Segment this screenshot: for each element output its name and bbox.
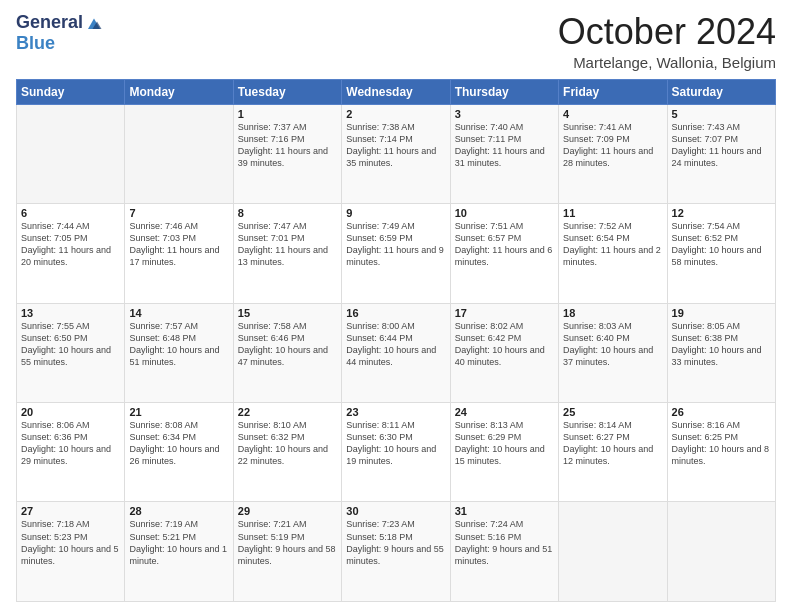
day-number: 28 bbox=[129, 505, 228, 517]
day-number: 30 bbox=[346, 505, 445, 517]
day-cell: 21Sunrise: 8:08 AM Sunset: 6:34 PM Dayli… bbox=[125, 403, 233, 502]
day-cell: 27Sunrise: 7:18 AM Sunset: 5:23 PM Dayli… bbox=[17, 502, 125, 602]
col-saturday: Saturday bbox=[667, 79, 775, 104]
day-cell: 6Sunrise: 7:44 AM Sunset: 7:05 PM Daylig… bbox=[17, 204, 125, 303]
day-info: Sunrise: 8:02 AM Sunset: 6:42 PM Dayligh… bbox=[455, 320, 554, 369]
day-cell: 17Sunrise: 8:02 AM Sunset: 6:42 PM Dayli… bbox=[450, 303, 558, 402]
day-cell: 22Sunrise: 8:10 AM Sunset: 6:32 PM Dayli… bbox=[233, 403, 341, 502]
day-cell: 1Sunrise: 7:37 AM Sunset: 7:16 PM Daylig… bbox=[233, 104, 341, 203]
day-info: Sunrise: 8:13 AM Sunset: 6:29 PM Dayligh… bbox=[455, 419, 554, 468]
day-number: 10 bbox=[455, 207, 554, 219]
day-info: Sunrise: 7:21 AM Sunset: 5:19 PM Dayligh… bbox=[238, 518, 337, 567]
day-info: Sunrise: 7:44 AM Sunset: 7:05 PM Dayligh… bbox=[21, 220, 120, 269]
title-block: October 2024 Martelange, Wallonia, Belgi… bbox=[558, 12, 776, 71]
logo-general: General bbox=[16, 12, 83, 33]
day-number: 21 bbox=[129, 406, 228, 418]
day-info: Sunrise: 7:55 AM Sunset: 6:50 PM Dayligh… bbox=[21, 320, 120, 369]
day-number: 20 bbox=[21, 406, 120, 418]
day-number: 12 bbox=[672, 207, 771, 219]
day-info: Sunrise: 8:03 AM Sunset: 6:40 PM Dayligh… bbox=[563, 320, 662, 369]
day-cell: 14Sunrise: 7:57 AM Sunset: 6:48 PM Dayli… bbox=[125, 303, 233, 402]
col-tuesday: Tuesday bbox=[233, 79, 341, 104]
logo-text: General bbox=[16, 12, 103, 33]
day-info: Sunrise: 7:47 AM Sunset: 7:01 PM Dayligh… bbox=[238, 220, 337, 269]
logo: General Blue bbox=[16, 12, 103, 54]
day-number: 8 bbox=[238, 207, 337, 219]
day-number: 18 bbox=[563, 307, 662, 319]
day-cell: 31Sunrise: 7:24 AM Sunset: 5:16 PM Dayli… bbox=[450, 502, 558, 602]
location-title: Martelange, Wallonia, Belgium bbox=[558, 54, 776, 71]
day-number: 29 bbox=[238, 505, 337, 517]
day-number: 17 bbox=[455, 307, 554, 319]
day-info: Sunrise: 8:05 AM Sunset: 6:38 PM Dayligh… bbox=[672, 320, 771, 369]
day-info: Sunrise: 7:40 AM Sunset: 7:11 PM Dayligh… bbox=[455, 121, 554, 170]
day-info: Sunrise: 7:49 AM Sunset: 6:59 PM Dayligh… bbox=[346, 220, 445, 269]
col-friday: Friday bbox=[559, 79, 667, 104]
header: General Blue October 2024 Martelange, Wa… bbox=[16, 12, 776, 71]
day-info: Sunrise: 7:54 AM Sunset: 6:52 PM Dayligh… bbox=[672, 220, 771, 269]
logo-blue-text: Blue bbox=[16, 33, 55, 54]
day-info: Sunrise: 7:51 AM Sunset: 6:57 PM Dayligh… bbox=[455, 220, 554, 269]
day-cell: 11Sunrise: 7:52 AM Sunset: 6:54 PM Dayli… bbox=[559, 204, 667, 303]
day-cell: 13Sunrise: 7:55 AM Sunset: 6:50 PM Dayli… bbox=[17, 303, 125, 402]
logo-icon bbox=[85, 14, 103, 32]
calendar: Sunday Monday Tuesday Wednesday Thursday… bbox=[16, 79, 776, 602]
day-info: Sunrise: 7:46 AM Sunset: 7:03 PM Dayligh… bbox=[129, 220, 228, 269]
day-number: 19 bbox=[672, 307, 771, 319]
day-cell: 7Sunrise: 7:46 AM Sunset: 7:03 PM Daylig… bbox=[125, 204, 233, 303]
col-monday: Monday bbox=[125, 79, 233, 104]
day-number: 26 bbox=[672, 406, 771, 418]
col-thursday: Thursday bbox=[450, 79, 558, 104]
day-info: Sunrise: 8:11 AM Sunset: 6:30 PM Dayligh… bbox=[346, 419, 445, 468]
day-cell: 2Sunrise: 7:38 AM Sunset: 7:14 PM Daylig… bbox=[342, 104, 450, 203]
calendar-header-row: Sunday Monday Tuesday Wednesday Thursday… bbox=[17, 79, 776, 104]
day-info: Sunrise: 7:58 AM Sunset: 6:46 PM Dayligh… bbox=[238, 320, 337, 369]
month-title: October 2024 bbox=[558, 12, 776, 52]
col-wednesday: Wednesday bbox=[342, 79, 450, 104]
day-number: 9 bbox=[346, 207, 445, 219]
day-number: 16 bbox=[346, 307, 445, 319]
day-cell: 19Sunrise: 8:05 AM Sunset: 6:38 PM Dayli… bbox=[667, 303, 775, 402]
day-number: 6 bbox=[21, 207, 120, 219]
week-row-0: 1Sunrise: 7:37 AM Sunset: 7:16 PM Daylig… bbox=[17, 104, 776, 203]
day-cell: 10Sunrise: 7:51 AM Sunset: 6:57 PM Dayli… bbox=[450, 204, 558, 303]
day-info: Sunrise: 8:16 AM Sunset: 6:25 PM Dayligh… bbox=[672, 419, 771, 468]
day-cell: 30Sunrise: 7:23 AM Sunset: 5:18 PM Dayli… bbox=[342, 502, 450, 602]
page: General Blue October 2024 Martelange, Wa… bbox=[0, 0, 792, 612]
week-row-4: 27Sunrise: 7:18 AM Sunset: 5:23 PM Dayli… bbox=[17, 502, 776, 602]
week-row-2: 13Sunrise: 7:55 AM Sunset: 6:50 PM Dayli… bbox=[17, 303, 776, 402]
day-cell: 4Sunrise: 7:41 AM Sunset: 7:09 PM Daylig… bbox=[559, 104, 667, 203]
day-info: Sunrise: 7:37 AM Sunset: 7:16 PM Dayligh… bbox=[238, 121, 337, 170]
day-info: Sunrise: 7:23 AM Sunset: 5:18 PM Dayligh… bbox=[346, 518, 445, 567]
day-cell bbox=[17, 104, 125, 203]
day-number: 14 bbox=[129, 307, 228, 319]
day-number: 4 bbox=[563, 108, 662, 120]
day-cell: 15Sunrise: 7:58 AM Sunset: 6:46 PM Dayli… bbox=[233, 303, 341, 402]
day-cell bbox=[559, 502, 667, 602]
week-row-3: 20Sunrise: 8:06 AM Sunset: 6:36 PM Dayli… bbox=[17, 403, 776, 502]
day-info: Sunrise: 7:38 AM Sunset: 7:14 PM Dayligh… bbox=[346, 121, 445, 170]
day-cell: 5Sunrise: 7:43 AM Sunset: 7:07 PM Daylig… bbox=[667, 104, 775, 203]
day-number: 13 bbox=[21, 307, 120, 319]
day-cell: 8Sunrise: 7:47 AM Sunset: 7:01 PM Daylig… bbox=[233, 204, 341, 303]
day-cell: 26Sunrise: 8:16 AM Sunset: 6:25 PM Dayli… bbox=[667, 403, 775, 502]
week-row-1: 6Sunrise: 7:44 AM Sunset: 7:05 PM Daylig… bbox=[17, 204, 776, 303]
day-info: Sunrise: 8:08 AM Sunset: 6:34 PM Dayligh… bbox=[129, 419, 228, 468]
day-info: Sunrise: 7:52 AM Sunset: 6:54 PM Dayligh… bbox=[563, 220, 662, 269]
day-info: Sunrise: 7:18 AM Sunset: 5:23 PM Dayligh… bbox=[21, 518, 120, 567]
day-number: 25 bbox=[563, 406, 662, 418]
day-info: Sunrise: 8:06 AM Sunset: 6:36 PM Dayligh… bbox=[21, 419, 120, 468]
day-number: 2 bbox=[346, 108, 445, 120]
day-number: 22 bbox=[238, 406, 337, 418]
day-cell: 12Sunrise: 7:54 AM Sunset: 6:52 PM Dayli… bbox=[667, 204, 775, 303]
day-cell: 28Sunrise: 7:19 AM Sunset: 5:21 PM Dayli… bbox=[125, 502, 233, 602]
day-number: 23 bbox=[346, 406, 445, 418]
day-cell: 20Sunrise: 8:06 AM Sunset: 6:36 PM Dayli… bbox=[17, 403, 125, 502]
day-number: 31 bbox=[455, 505, 554, 517]
day-number: 15 bbox=[238, 307, 337, 319]
day-number: 5 bbox=[672, 108, 771, 120]
day-number: 3 bbox=[455, 108, 554, 120]
day-info: Sunrise: 7:57 AM Sunset: 6:48 PM Dayligh… bbox=[129, 320, 228, 369]
day-cell: 3Sunrise: 7:40 AM Sunset: 7:11 PM Daylig… bbox=[450, 104, 558, 203]
day-cell: 18Sunrise: 8:03 AM Sunset: 6:40 PM Dayli… bbox=[559, 303, 667, 402]
